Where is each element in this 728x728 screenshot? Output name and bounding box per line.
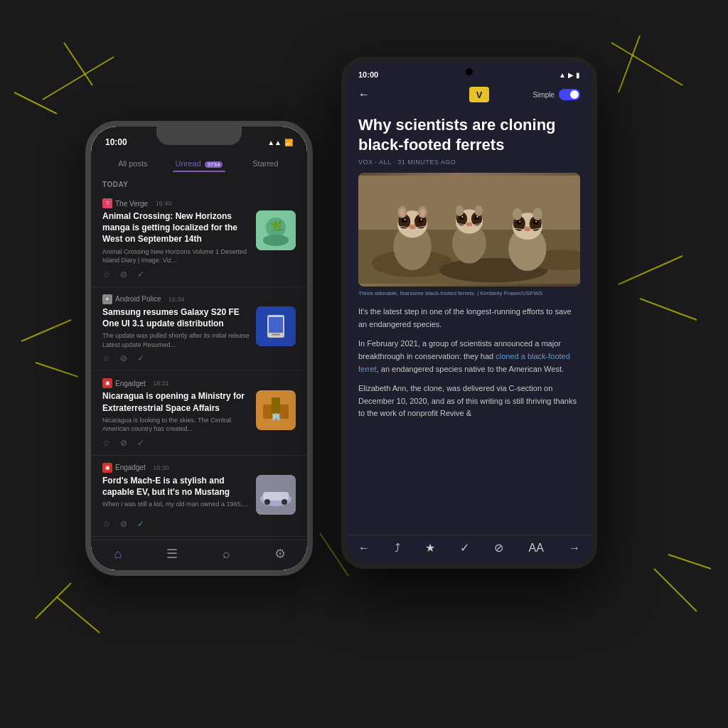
check-icon-2[interactable]: ✓ [137,353,144,363]
tag-icon-4[interactable]: ⊘ [120,519,127,529]
feed-item-3[interactable]: ▣ Engadget · 16:31 Nicaragua is opening … [91,371,307,456]
unread-badge: 3734 [205,161,223,168]
nav-home[interactable]: ⌂ [91,546,145,562]
article-tag-icon[interactable]: ⊘ [494,541,503,555]
android-police-icon: ✦ [102,294,112,304]
signal-icon: 📶 [284,139,293,146]
android-camera [466,68,473,75]
svg-text:🏢: 🏢 [272,412,281,421]
iphone-time: 10:00 [105,137,127,147]
feed-item-4[interactable]: ▣ Engadget · 16:30 Ford's Mach-E is a st… [91,456,307,537]
feed-time-3: 16:31 [153,380,169,387]
feed-thumb-1: 🌿 [256,210,296,250]
svg-point-77 [513,208,522,220]
android-battery-icon: ▮ [576,71,580,79]
star-icon-2[interactable]: ☆ [102,353,110,363]
verge-icon: ▽ [102,198,112,208]
svg-line-12 [668,555,711,569]
svg-point-41 [418,218,424,223]
star-icon-3[interactable]: ☆ [102,438,110,448]
svg-point-72 [519,221,520,223]
toggle-knob [570,90,579,99]
iphone-screen: 10:00 ▲▲ 📶 All posts Unread 3734 Starred [91,127,307,570]
article-link[interactable]: cloned a black-footed ferret [358,352,570,373]
article-check-icon[interactable]: ✓ [460,541,469,555]
tab-starred[interactable]: Starred [232,155,299,172]
feed-title-2: Samsung resumes Galaxy S20 FE One UI 3.1… [102,306,250,329]
tag-icon-1[interactable]: ⊘ [120,269,127,279]
check-done-icon-4[interactable]: ✓ [137,519,144,529]
list-icon: ☰ [166,546,178,562]
iphone-frame: 10:00 ▲▲ 📶 All posts Unread 3734 Starred [85,121,313,576]
nav-settings[interactable]: ⚙ [253,546,307,562]
article-back-icon[interactable]: ← [358,542,370,555]
feed-actions-2: ☆ ⊘ ✓ [102,351,296,363]
search-icon: ⌕ [223,547,230,562]
feed-thumb-2 [256,306,296,346]
android-top-bar: ← V Simple [347,82,592,107]
svg-point-73 [535,221,537,223]
feed-item-1[interactable]: ▽ The Verge · 16:40 Animal Crossing: New… [91,191,307,287]
article-image [358,173,580,287]
svg-line-8 [57,597,100,633]
feed-item-3-body: Nicaragua is opening a Ministry for Extr… [102,390,296,434]
android-screen: 10:00 ▲ ▶ ▮ ← V Simple [347,63,592,563]
feed-item-4-body: Ford's Mach-E is a stylish and capable E… [102,475,296,515]
svg-rect-20 [269,317,283,333]
check-icon-3[interactable]: ✓ [137,438,144,448]
simple-toggle[interactable] [559,89,580,100]
svg-line-10 [640,299,697,320]
nav-search[interactable]: ⌕ [199,546,253,562]
article-forward-icon[interactable]: → [569,542,580,555]
tab-unread[interactable]: Unread 3734 [166,155,232,172]
svg-point-64 [456,205,464,216]
text-size-icon[interactable]: AA [529,542,544,555]
svg-point-44 [409,225,416,230]
article-star-icon[interactable]: ★ [425,541,435,555]
svg-point-52 [420,209,426,217]
feed-excerpt-2: The update was pulled shortly after its … [102,331,250,349]
svg-line-2 [14,92,57,114]
share-icon[interactable]: ⤴ [395,542,400,555]
tag-icon-2[interactable]: ⊘ [120,353,127,363]
article-body: It's the latest step in one of the longe… [347,303,592,535]
svg-point-59 [462,216,464,218]
nav-list[interactable]: ☰ [145,546,199,562]
feed-title-3: Nicaragua is opening a Ministry for Extr… [102,390,250,413]
feed-source-4: Engadget [115,464,146,471]
svg-line-1 [64,43,92,85]
tag-icon-3[interactable]: ⊘ [120,438,127,448]
android-frame: 10:00 ▲ ▶ ▮ ← V Simple [341,57,597,569]
article-para-1: It's the latest step in one of the longe… [358,306,580,331]
feed-title-4: Ford's Mach-E is a stylish and capable E… [102,475,250,498]
android-app-logo: V [469,87,489,102]
feed-section-today: TODAY [91,175,307,191]
simple-label: Simple [532,91,555,99]
svg-point-60 [476,216,478,218]
simple-toggle-area: Simple [532,89,580,100]
feed-item-3-header: ▣ Engadget · 16:31 [102,378,296,388]
android-back-button[interactable]: ← [358,88,370,101]
svg-point-51 [400,209,405,217]
svg-point-30 [282,499,287,505]
svg-line-11 [654,569,697,611]
android-signal-icon: ▶ [568,71,574,79]
iphone-notch [156,127,242,145]
feed-item-1-header: ▽ The Verge · 16:40 [102,198,296,208]
star-icon-4[interactable]: ☆ [102,519,110,529]
article-title: Why scientists are cloning black-footed … [347,107,592,159]
iphone-feed: TODAY ▽ The Verge · 16:40 Animal Crossin… [91,175,307,540]
svg-point-29 [264,499,270,505]
svg-point-70 [517,220,523,225]
feed-time-4: 16:30 [153,464,169,471]
feed-actions-1: ☆ ⊘ ✓ [102,267,296,279]
android-bottom-bar: ← ⤴ ★ ✓ ⊘ AA → [347,535,592,563]
star-icon-1[interactable]: ☆ [102,269,110,279]
check-icon-1[interactable]: ✓ [137,269,144,279]
wifi-icon: ▲▲ [267,139,282,146]
feed-item-2[interactable]: ✦ Android Police · 16:34 Samsung resumes… [91,287,307,372]
feed-item-2-header: ✦ Android Police · 16:34 [102,294,296,304]
feed-excerpt-1: Animal Crossing New Horizons Volume 1 De… [102,247,250,265]
tab-all-posts[interactable]: All posts [100,155,166,172]
iphone-status-icons: ▲▲ 📶 [267,139,293,146]
